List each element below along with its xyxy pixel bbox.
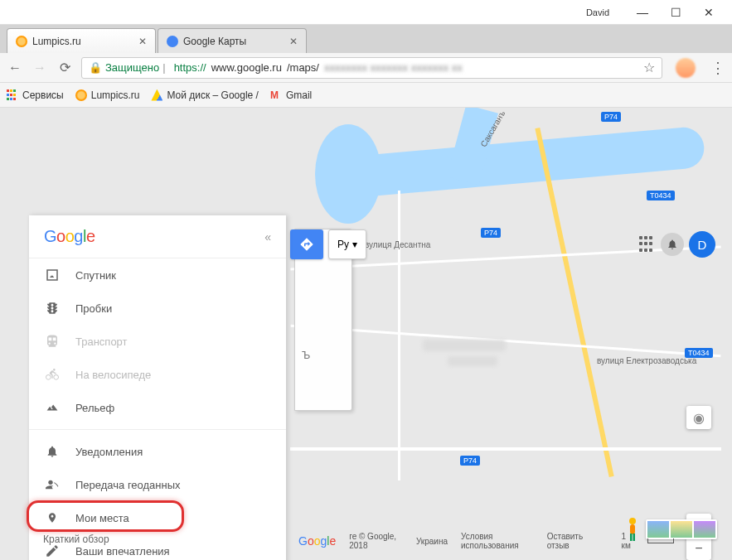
menu-item-label: Рельеф <box>75 402 114 414</box>
copyright-text: ге © Google, 2018 <box>349 532 403 550</box>
address-bar: ← → ⟳ 🔒 Защищено | https:// www.google.r… <box>0 53 732 83</box>
menu-item-notifications[interactable]: Уведомления <box>29 435 286 468</box>
terrain-icon <box>44 399 61 416</box>
menu-item-my-places[interactable]: Мои места <box>29 501 286 534</box>
browser-tab-google-maps[interactable]: Google Карты ✕ <box>158 28 307 53</box>
traffic-icon <box>44 300 61 316</box>
maps-favicon <box>167 36 178 47</box>
location-share-icon <box>44 476 61 493</box>
chrome-menu-button[interactable]: ⋮ <box>710 59 725 77</box>
menu-item-label: Ваши впечатления <box>75 545 170 558</box>
lumpics-icon <box>75 89 87 101</box>
menu-item-label: На велосипеде <box>75 369 151 381</box>
collapse-menu-button[interactable]: « <box>264 230 271 244</box>
zoom-controls: ◉ <box>686 406 711 429</box>
google-apps-icon[interactable] <box>639 236 656 253</box>
caret-down-icon: ▾ <box>352 239 357 250</box>
reload-button[interactable]: ⟳ <box>56 60 73 76</box>
menu-item-bicycle: На велосипеде <box>29 358 286 391</box>
bell-icon <box>44 443 61 460</box>
menu-item-label: Транспорт <box>75 336 128 348</box>
language-button[interactable]: Ру ▾ <box>328 229 366 259</box>
directions-button[interactable] <box>290 229 323 259</box>
bicycle-icon <box>44 366 61 383</box>
lumpics-favicon <box>16 36 27 47</box>
road-shield: Р74 <box>601 112 621 122</box>
satellite-icon <box>44 267 61 283</box>
bookmarks-bar: Сервисы Lumpics.ru Мой диск – Google / M… <box>0 83 732 108</box>
terms-link[interactable]: Условия использования <box>461 532 534 550</box>
transit-icon <box>44 333 61 350</box>
bookmark-lumpics[interactable]: Lumpics.ru <box>75 89 140 101</box>
profile-avatar[interactable] <box>676 58 696 78</box>
svg-point-0 <box>48 480 52 485</box>
notifications-button[interactable] <box>661 233 684 256</box>
menu-item-label: Мои места <box>75 512 129 524</box>
tab-title: Google Карты <box>183 36 283 47</box>
menu-item-satellite[interactable]: Спутник <box>29 258 286 292</box>
menu-item-transit: Транспорт <box>29 325 286 358</box>
bookmark-gmail[interactable]: M Gmail <box>270 89 312 101</box>
road-shield: Р74 <box>460 456 480 466</box>
window-close-button[interactable]: ✕ <box>692 0 725 25</box>
account-avatar[interactable]: D <box>689 231 715 258</box>
recenter-button[interactable]: ◉ <box>686 406 711 429</box>
menu-item-label: Передача геоданных <box>75 479 181 491</box>
menu-item-label: Пробки <box>75 302 112 315</box>
secure-badge: 🔒 Защищено <box>89 61 159 74</box>
google-logo-small: Google <box>298 534 336 548</box>
menu-item-location-sharing[interactable]: Передача геоданных <box>29 468 286 501</box>
road-shield: Т0434 <box>647 191 675 200</box>
tab-close-icon[interactable]: ✕ <box>138 36 147 47</box>
menu-item-label: Спутник <box>75 269 116 282</box>
tab-close-icon[interactable]: ✕ <box>289 36 298 47</box>
window-minimize-button[interactable]: — <box>626 0 659 25</box>
brief-overview-link[interactable]: Краткий обзор <box>43 533 109 545</box>
gmail-icon: M <box>270 89 282 101</box>
scale-bar <box>647 538 674 543</box>
map-top-controls: Ру ▾ D <box>290 228 715 261</box>
browser-tab-lumpics[interactable]: Lumpics.ru ✕ <box>7 28 156 53</box>
browser-tabs-bar: Lumpics.ru ✕ Google Карты ✕ <box>0 25 732 53</box>
bookmark-drive[interactable]: Мой диск – Google / <box>151 89 259 101</box>
bell-icon <box>667 239 678 250</box>
street-label: вулиця Електрозаводська <box>597 356 696 365</box>
pin-icon <box>44 509 61 526</box>
side-menu-header: Google « <box>29 215 286 258</box>
menu-item-label: Уведомления <box>75 446 143 458</box>
map-footer: Google ге © Google, 2018 Украина Условия… <box>298 532 674 550</box>
menu-divider <box>29 429 286 430</box>
road-shield: Т0434 <box>685 348 713 358</box>
window-user: David <box>586 7 609 17</box>
url-input[interactable]: 🔒 Защищено | https:// www.google.ru /map… <box>81 57 662 79</box>
country-link[interactable]: Украина <box>416 537 448 546</box>
svg-point-1 <box>629 518 636 524</box>
lock-icon: 🔒 <box>89 61 102 74</box>
window-titlebar: David — ☐ ✕ <box>0 0 732 25</box>
menu-item-terrain[interactable]: Рельеф <box>29 391 286 424</box>
apps-grid-icon <box>7 89 18 101</box>
window-maximize-button[interactable]: ☐ <box>659 0 692 25</box>
google-logo: Google <box>44 227 95 246</box>
edit-icon <box>44 543 61 559</box>
bookmark-star-icon[interactable]: ☆ <box>643 60 655 75</box>
menu-item-traffic[interactable]: Пробки <box>29 292 286 325</box>
back-button[interactable]: ← <box>7 60 23 76</box>
forward-button[interactable]: → <box>32 60 48 76</box>
feedback-link[interactable]: Оставить отзыв <box>547 532 595 550</box>
page-content: вулиця Десантна вулиця Електрозаводська … <box>0 108 732 560</box>
apps-bookmark[interactable]: Сервисы <box>7 89 64 101</box>
maps-side-menu: Google « Спутник Пробки Транспорт <box>29 215 286 560</box>
tab-title: Lumpics.ru <box>32 36 132 47</box>
directions-icon <box>299 237 314 252</box>
drive-icon <box>151 89 162 101</box>
scale-label: 1 км <box>622 532 634 550</box>
